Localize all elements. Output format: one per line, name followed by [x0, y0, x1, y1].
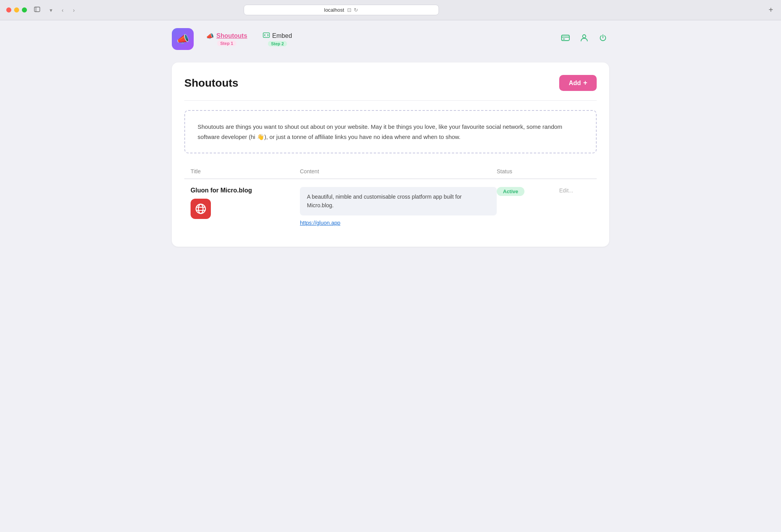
- plus-icon: +: [583, 79, 587, 87]
- status-badge: Active: [497, 187, 524, 196]
- item-content-col: A beautiful, nimble and customisable cro…: [300, 187, 497, 226]
- nav-left: 📣 📣 Shoutouts Step 1: [172, 28, 295, 50]
- add-button[interactable]: Add +: [559, 75, 597, 91]
- page-header: Shoutouts Add +: [184, 75, 597, 91]
- chevron-down-icon[interactable]: ▾: [47, 5, 55, 15]
- embed-step-badge: Step 2: [268, 41, 287, 46]
- main-content: Shoutouts Add + Shoutouts are things you…: [172, 62, 609, 247]
- user-icon-button[interactable]: [578, 32, 590, 46]
- nav-item-shoutouts[interactable]: 📣 Shoutouts Step 1: [203, 30, 250, 48]
- shoutouts-step-badge: Step 1: [217, 41, 236, 46]
- svg-rect-3: [562, 35, 569, 41]
- new-tab-button[interactable]: +: [767, 5, 775, 14]
- embed-nav-label: Embed: [272, 32, 292, 39]
- nav-right: [559, 32, 609, 46]
- shoutouts-nav-label: Shoutouts: [216, 32, 247, 39]
- col-header-title: Title: [191, 168, 300, 174]
- item-title-col: Gluon for Micro.blog: [191, 187, 300, 219]
- address-bar-icons: ⊡ ↻: [347, 7, 358, 13]
- content-link[interactable]: https://gluon.app: [300, 220, 341, 226]
- forward-button[interactable]: ›: [71, 5, 77, 15]
- card-icon-button[interactable]: [559, 32, 572, 46]
- content-box: A beautiful, nimble and customisable cro…: [300, 187, 497, 215]
- svg-point-6: [583, 35, 586, 38]
- nav-item-embed[interactable]: Embed Step 2: [260, 29, 295, 49]
- address-bar[interactable]: localhost ⊡ ↻: [244, 5, 439, 15]
- browser-chrome: ▾ ‹ › localhost ⊡ ↻ +: [0, 0, 781, 20]
- close-button[interactable]: [6, 7, 11, 12]
- maximize-button[interactable]: [22, 7, 27, 12]
- url-text: localhost: [324, 7, 344, 13]
- logo-icon: 📣: [177, 33, 189, 45]
- traffic-lights: [6, 7, 27, 12]
- shoutouts-nav-icon: 📣: [206, 32, 214, 40]
- app-container: 📣 📣 Shoutouts Step 1: [156, 20, 625, 254]
- edit-link[interactable]: Edit...: [559, 187, 573, 194]
- refresh-icon: ↻: [354, 7, 358, 13]
- minimize-button[interactable]: [14, 7, 19, 12]
- table-row: Gluon for Micro.blog A bea: [184, 179, 597, 234]
- top-nav: 📣 📣 Shoutouts Step 1: [172, 28, 609, 50]
- embed-nav-icon: [263, 32, 270, 40]
- svg-rect-0: [34, 7, 40, 12]
- item-action-col: Edit...: [559, 187, 590, 194]
- col-header-content: Content: [300, 168, 497, 174]
- table-container: Title Content Status Gluon for Micro.blo…: [184, 164, 597, 234]
- col-header-action: [559, 168, 590, 174]
- item-status-col: Active: [497, 187, 559, 196]
- info-text: Shoutouts are things you want to shout o…: [198, 122, 583, 142]
- content-text: A beautiful, nimble and customisable cro…: [307, 192, 490, 210]
- item-title: Gluon for Micro.blog: [191, 187, 300, 194]
- back-button[interactable]: ‹: [59, 5, 66, 15]
- info-box: Shoutouts are things you want to shout o…: [184, 110, 597, 153]
- item-logo: [191, 199, 211, 219]
- sidebar-toggle-button[interactable]: [32, 5, 43, 16]
- col-header-status: Status: [497, 168, 559, 174]
- page-title: Shoutouts: [184, 77, 238, 89]
- add-button-label: Add: [569, 80, 581, 87]
- header-divider: [184, 100, 597, 101]
- share-icon: ⊡: [347, 7, 351, 13]
- table-header: Title Content Status: [184, 164, 597, 179]
- power-icon-button[interactable]: [597, 32, 609, 46]
- app-logo: 📣: [172, 28, 194, 50]
